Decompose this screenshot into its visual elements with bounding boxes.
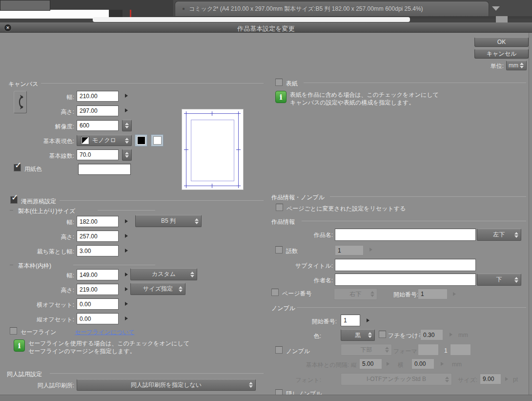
paper-color-checkbox[interactable]: ✓ bbox=[14, 164, 21, 171]
stepper-icon[interactable] bbox=[514, 232, 518, 238]
frame-mode-value: サイズ指定 bbox=[143, 285, 173, 293]
crop-mark-icon bbox=[236, 148, 241, 152]
expand-arrow-icon[interactable] bbox=[125, 249, 128, 253]
stepper-icon bbox=[445, 377, 449, 382]
screen-lines-label: 基本線数: bbox=[20, 152, 74, 160]
stepper-icon[interactable] bbox=[520, 63, 524, 68]
expand-arrow-icon bbox=[369, 248, 372, 252]
stepper-icon bbox=[370, 291, 374, 297]
page-number-position-value: 右下 bbox=[350, 290, 362, 298]
nombre-edge-unit: mm bbox=[458, 332, 468, 338]
stepper-icon[interactable] bbox=[125, 138, 129, 144]
expand-arrow-icon[interactable] bbox=[125, 234, 128, 238]
resolution-label: 解像度: bbox=[29, 123, 74, 131]
paper-color-swatch[interactable] bbox=[78, 164, 131, 175]
expand-arrow-icon[interactable] bbox=[125, 273, 128, 276]
screenshot-root: ● コミック2* (A4 210.00 x 297.00mm 製本サイズ:B5 … bbox=[0, 0, 532, 401]
section-rule bbox=[41, 83, 264, 84]
crop-mark-icon bbox=[210, 111, 214, 116]
stepper-icon[interactable] bbox=[249, 382, 253, 388]
nombre-gap-v-input: 5.00 bbox=[359, 359, 382, 369]
frame-height-input[interactable]: 219.00 bbox=[77, 284, 119, 295]
stepper-icon[interactable] bbox=[368, 332, 372, 338]
stepper-icon[interactable] bbox=[514, 277, 518, 283]
screen-lines-input[interactable]: 70.0 bbox=[77, 149, 119, 160]
nombre-format-sample: 1 bbox=[444, 347, 448, 354]
resolution-input[interactable]: 600 bbox=[77, 120, 119, 131]
document-tab[interactable]: ● コミック2* (A4 210.00 x 297.00mm 製本サイズ:B5 … bbox=[175, 1, 489, 16]
binding-size-subtitle: 製本(仕上がり)サイズ bbox=[18, 207, 75, 215]
manga-draft-checkbox[interactable]: ✓ bbox=[10, 196, 18, 204]
subsection-rule bbox=[302, 221, 526, 221]
binding-width-input[interactable]: 182.00 bbox=[77, 216, 119, 227]
nombre-edge-checkbox[interactable] bbox=[379, 331, 386, 338]
safeline-about-link[interactable]: セーフラインについて bbox=[75, 328, 135, 337]
white-color-swatch[interactable] bbox=[151, 134, 164, 147]
bleed-width-input[interactable]: 3.00 bbox=[77, 245, 119, 256]
frame-width-label: 幅: bbox=[29, 272, 74, 280]
author-position-select[interactable]: 下 bbox=[477, 274, 521, 286]
h-offset-input[interactable]: 0.00 bbox=[77, 298, 119, 310]
doujin-printer-select[interactable]: 同人誌印刷所を指定しない bbox=[77, 379, 256, 391]
nombre-section-title: ノンブル bbox=[271, 304, 295, 313]
expand-arrow-icon[interactable] bbox=[125, 317, 128, 320]
frame-preset-select[interactable]: カスタム bbox=[130, 268, 197, 280]
expand-arrow-icon[interactable] bbox=[125, 219, 128, 223]
screen-lines-stepper[interactable] bbox=[122, 149, 132, 161]
nombre-toggle-checkbox[interactable] bbox=[275, 346, 283, 354]
stepper-icon[interactable] bbox=[190, 272, 194, 277]
episode-label: 話数 bbox=[286, 247, 298, 255]
subtitle-input[interactable] bbox=[335, 259, 476, 271]
canvas-width-input[interactable]: 210.00 bbox=[77, 91, 119, 102]
canvas-section-title: キャンバス bbox=[8, 80, 38, 88]
workinfo-subtitle: 作品情報 bbox=[271, 218, 295, 226]
swap-width-height-button[interactable] bbox=[14, 91, 27, 113]
binding-size-preset-select[interactable]: B5 判 bbox=[135, 215, 202, 227]
unit-select[interactable]: mm bbox=[506, 61, 527, 70]
canvas-height-input[interactable]: 297.00 bbox=[77, 106, 119, 116]
expand-arrow-icon[interactable] bbox=[367, 318, 369, 322]
subsection-dash bbox=[10, 210, 13, 211]
paper-color-label: 用紙色 bbox=[24, 165, 42, 173]
expression-color-select[interactable]: モノクロ bbox=[77, 135, 132, 146]
frame-mode-select[interactable]: サイズ指定 bbox=[130, 283, 185, 295]
page-number-checkbox[interactable] bbox=[271, 289, 279, 296]
scrollbar-corner bbox=[496, 16, 508, 22]
reset-per-page-checkbox[interactable] bbox=[276, 204, 283, 211]
expand-arrow-icon bbox=[505, 377, 508, 381]
check-icon: ✓ bbox=[11, 193, 18, 202]
stepper-icon[interactable] bbox=[179, 286, 183, 292]
nombre-color-select[interactable]: 黒 bbox=[341, 329, 375, 341]
ok-button[interactable]: OK bbox=[474, 37, 529, 47]
binding-height-input[interactable]: 257.00 bbox=[77, 231, 119, 242]
black-color-swatch[interactable] bbox=[135, 134, 147, 147]
tab-list-dropdown-icon[interactable] bbox=[492, 6, 500, 11]
v-offset-input[interactable]: 0.00 bbox=[77, 313, 119, 324]
expand-arrow-icon bbox=[441, 362, 444, 366]
unit-value: mm bbox=[509, 62, 518, 69]
frame-width-input[interactable]: 149.00 bbox=[77, 269, 119, 280]
cover-checkbox[interactable] bbox=[275, 79, 283, 86]
expand-arrow-icon[interactable] bbox=[125, 108, 128, 112]
episode-checkbox[interactable] bbox=[275, 246, 283, 253]
expand-arrow-icon[interactable] bbox=[125, 94, 128, 98]
horizontal-scrollbar[interactable] bbox=[93, 17, 410, 22]
section-rule bbox=[297, 307, 526, 308]
page-start-label: 開始番号: bbox=[393, 291, 418, 299]
cancel-button[interactable]: キャンセル bbox=[474, 49, 529, 59]
expand-arrow-icon[interactable] bbox=[125, 287, 128, 291]
base-frame-subtitle: 基本枠(内枠) bbox=[18, 262, 51, 270]
nombre-size-input: 9.00 bbox=[480, 374, 501, 384]
canvas-width-label: 幅: bbox=[29, 93, 74, 102]
episode-input: 1 bbox=[335, 245, 364, 255]
work-title-position-select[interactable]: 左下 bbox=[477, 229, 521, 241]
resolution-stepper[interactable] bbox=[122, 120, 132, 131]
nombre-start-input[interactable]: 1 bbox=[341, 315, 360, 326]
doujin-section-title: 同人誌用設定 bbox=[7, 370, 42, 379]
safeline-checkbox[interactable] bbox=[10, 327, 17, 335]
work-title-input[interactable] bbox=[335, 229, 476, 241]
stepper-icon[interactable] bbox=[195, 218, 199, 224]
white-swatch-icon bbox=[153, 136, 162, 145]
expand-arrow-icon[interactable] bbox=[125, 302, 128, 306]
author-input[interactable] bbox=[335, 274, 476, 286]
